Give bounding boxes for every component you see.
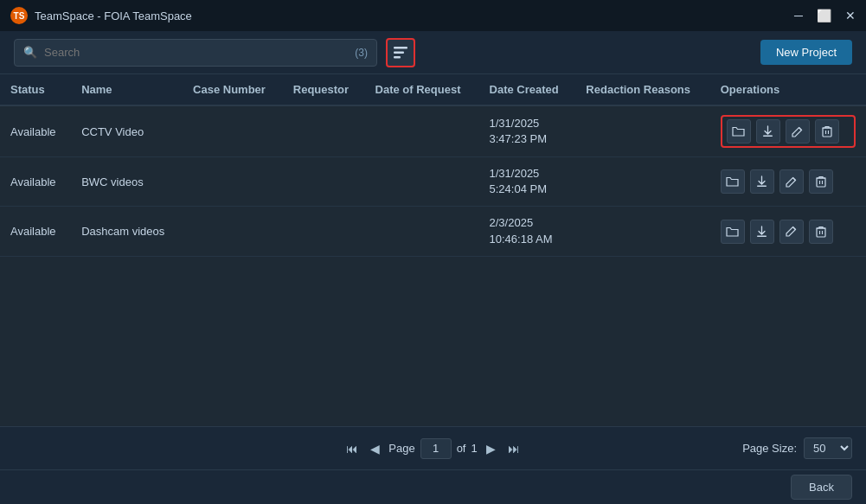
- search-container: 🔍 (3): [14, 39, 377, 67]
- col-name: Name: [71, 74, 183, 105]
- cell-operations: [710, 105, 866, 157]
- footer-bar: Back: [0, 469, 866, 504]
- svg-rect-4: [823, 128, 831, 137]
- cell-name: Dashcam videos: [71, 207, 183, 256]
- svg-rect-6: [817, 178, 825, 187]
- table-header-row: Status Name Case Number Requestor Date o…: [0, 74, 866, 105]
- next-page-button[interactable]: ▶: [483, 440, 499, 457]
- edit-button[interactable]: [779, 169, 804, 194]
- cell-redaction-reasons: [575, 207, 709, 256]
- page-number-input[interactable]: [420, 438, 452, 459]
- col-redaction-reasons: Redaction Reasons: [575, 74, 709, 105]
- projects-table: Status Name Case Number Requestor Date o…: [0, 74, 866, 257]
- first-page-button[interactable]: ⏮: [343, 440, 362, 457]
- maximize-button[interactable]: ⬜: [817, 10, 831, 22]
- operations-cell: [721, 169, 856, 194]
- col-date-of-request: Date of Request: [365, 74, 479, 105]
- pagination-controls: ⏮ ◀ Page of 1 ▶ ⏭: [343, 438, 523, 459]
- cell-operations: [710, 157, 866, 207]
- cell-status: Available: [0, 207, 71, 256]
- open-folder-button[interactable]: [727, 119, 751, 144]
- title-bar: TS TeamSpace - FOIA TeamSpace ─ ⬜ ✕: [0, 0, 866, 31]
- search-count: (3): [355, 47, 368, 59]
- total-pages: 1: [471, 442, 477, 455]
- col-requestor: Requestor: [283, 74, 365, 105]
- cell-case-number: [183, 105, 283, 157]
- cell-redaction-reasons: [575, 105, 709, 157]
- cell-redaction-reasons: [575, 157, 709, 207]
- table-row: AvailableCCTV Video1/31/2025 3:47:23 PM: [0, 105, 866, 157]
- app-logo: TS: [10, 7, 28, 24]
- of-label: of: [457, 442, 466, 455]
- cell-date-created: 2/3/2025 10:46:18 AM: [479, 207, 576, 256]
- delete-button[interactable]: [809, 169, 833, 194]
- table-row: AvailableDashcam videos2/3/2025 10:46:18…: [0, 207, 866, 256]
- prev-page-button[interactable]: ◀: [367, 440, 383, 457]
- close-button[interactable]: ✕: [845, 10, 856, 22]
- cell-status: Available: [0, 105, 71, 157]
- page-size-select[interactable]: 50 100 200: [804, 437, 852, 459]
- cell-name: BWC videos: [71, 157, 183, 207]
- toolbar: 🔍 (3) New Project: [0, 31, 866, 74]
- svg-rect-3: [763, 136, 773, 137]
- app-title: TeamSpace - FOIA TeamSpace: [35, 10, 192, 22]
- cell-date-created: 1/31/2025 3:47:23 PM: [479, 105, 576, 157]
- minimize-button[interactable]: ─: [794, 10, 803, 22]
- col-operations: Operations: [710, 74, 866, 105]
- filter-icon: [394, 47, 407, 59]
- page-label: Page: [388, 442, 414, 455]
- cell-date-of-request: [365, 157, 479, 207]
- window-controls: ─ ⬜ ✕: [794, 10, 856, 22]
- cell-requestor: [283, 207, 365, 256]
- cell-date-of-request: [365, 105, 479, 157]
- operations-cell: [721, 115, 856, 148]
- open-folder-button[interactable]: [721, 220, 745, 244]
- edit-button[interactable]: [779, 220, 804, 244]
- last-page-button[interactable]: ⏭: [504, 440, 523, 457]
- pagination-bar: ⏮ ◀ Page of 1 ▶ ⏭ Page Size: 50 100 200: [0, 426, 866, 469]
- svg-rect-0: [394, 47, 407, 49]
- cell-case-number: [183, 157, 283, 207]
- back-button[interactable]: Back: [791, 475, 852, 500]
- download-button[interactable]: [750, 169, 774, 194]
- col-status: Status: [0, 74, 71, 105]
- cell-date-of-request: [365, 207, 479, 256]
- cell-status: Available: [0, 157, 71, 207]
- svg-rect-2: [394, 56, 401, 59]
- open-folder-button[interactable]: [721, 169, 745, 194]
- svg-rect-7: [757, 235, 767, 237]
- download-button[interactable]: [756, 119, 780, 144]
- edit-button[interactable]: [786, 119, 810, 144]
- table-container: Status Name Case Number Requestor Date o…: [0, 74, 866, 426]
- cell-operations: [710, 207, 866, 256]
- operations-cell: [721, 220, 856, 244]
- cell-requestor: [283, 105, 365, 157]
- page-size-label: Page Size:: [742, 442, 797, 455]
- table-row: AvailableBWC videos1/31/2025 5:24:04 PM: [0, 157, 866, 207]
- delete-button[interactable]: [815, 119, 839, 144]
- search-icon: 🔍: [23, 46, 37, 59]
- download-button[interactable]: [750, 220, 774, 244]
- cell-date-created: 1/31/2025 5:24:04 PM: [479, 157, 576, 207]
- svg-rect-8: [817, 228, 825, 237]
- new-project-button[interactable]: New Project: [760, 40, 852, 65]
- col-case-number: Case Number: [183, 74, 283, 105]
- cell-name: CCTV Video: [71, 105, 183, 157]
- search-input[interactable]: [44, 46, 348, 59]
- cell-case-number: [183, 207, 283, 256]
- page-size-area: Page Size: 50 100 200: [742, 437, 852, 459]
- filter-button[interactable]: [386, 38, 415, 67]
- svg-rect-1: [394, 51, 404, 54]
- svg-rect-5: [757, 186, 767, 188]
- delete-button[interactable]: [809, 220, 833, 244]
- cell-requestor: [283, 157, 365, 207]
- col-date-created: Date Created: [479, 74, 576, 105]
